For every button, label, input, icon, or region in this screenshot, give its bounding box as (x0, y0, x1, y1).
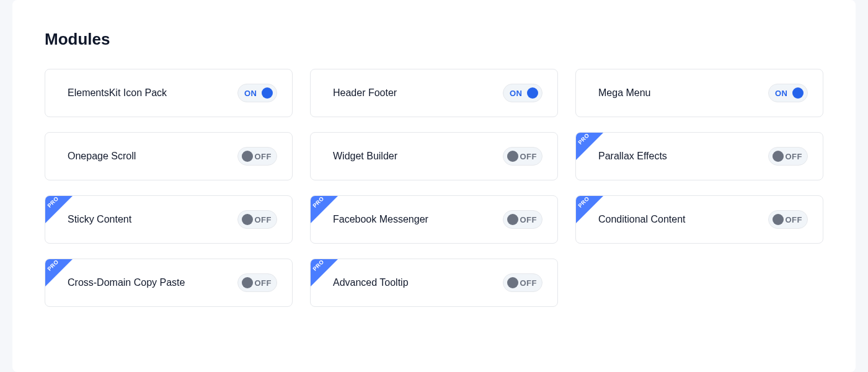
module-card-sticky-content: PROSticky ContentOFF (45, 195, 293, 244)
section-title: Modules (45, 30, 823, 49)
modules-panel: Modules ElementsKit Icon PackONHeader Fo… (12, 0, 856, 372)
module-label: Mega Menu (598, 87, 651, 99)
pro-badge-label: PRO (312, 195, 326, 209)
pro-badge: PRO (45, 259, 73, 286)
pro-badge-label: PRO (312, 259, 326, 272)
module-label: Widget Builder (333, 151, 397, 162)
module-label: Facebook Messenger (333, 214, 428, 225)
module-toggle-widget-builder[interactable]: OFF (503, 147, 542, 166)
modules-grid: ElementsKit Icon PackONHeader FooterONMe… (45, 69, 823, 307)
module-card-widget-builder: Widget BuilderOFF (310, 132, 558, 180)
module-toggle-conditional-content[interactable]: OFF (768, 210, 808, 229)
module-label: Sticky Content (68, 214, 131, 225)
module-card-conditional-content: PROConditional ContentOFF (575, 195, 823, 244)
module-card-elementskit-icon-pack: ElementsKit Icon PackON (45, 69, 293, 117)
pro-badge: PRO (576, 133, 603, 160)
toggle-state-label: OFF (255, 215, 272, 224)
pro-badge-label: PRO (577, 195, 591, 209)
module-toggle-advanced-tooltip[interactable]: OFF (503, 273, 542, 292)
module-card-cross-domain-copy-paste: PROCross-Domain Copy PasteOFF (45, 259, 293, 307)
module-toggle-facebook-messenger[interactable]: OFF (503, 210, 542, 229)
module-toggle-header-footer[interactable]: ON (503, 84, 542, 102)
module-toggle-parallax-effects[interactable]: OFF (768, 147, 808, 166)
pro-badge-label: PRO (46, 259, 60, 272)
module-label: Onepage Scroll (68, 151, 136, 162)
toggle-state-label: ON (510, 89, 523, 98)
toggle-knob (773, 214, 784, 225)
pro-badge: PRO (311, 196, 338, 223)
module-card-advanced-tooltip: PROAdvanced TooltipOFF (310, 259, 558, 307)
module-card-mega-menu: Mega MenuON (575, 69, 823, 117)
module-card-facebook-messenger: PROFacebook MessengerOFF (310, 195, 558, 244)
module-toggle-elementskit-icon-pack[interactable]: ON (237, 84, 277, 102)
toggle-knob (507, 214, 518, 225)
pro-badge: PRO (311, 259, 338, 286)
module-card-parallax-effects: PROParallax EffectsOFF (575, 132, 823, 180)
toggle-knob (507, 151, 518, 162)
pro-badge: PRO (576, 196, 603, 223)
toggle-knob (242, 214, 253, 225)
toggle-state-label: ON (244, 89, 257, 98)
toggle-knob (527, 87, 538, 99)
toggle-knob (773, 151, 784, 162)
module-toggle-onepage-scroll[interactable]: OFF (237, 147, 277, 166)
pro-badge-label: PRO (46, 195, 60, 209)
module-toggle-sticky-content[interactable]: OFF (237, 210, 277, 229)
module-label: Advanced Tooltip (333, 277, 409, 288)
toggle-state-label: OFF (520, 215, 538, 224)
module-toggle-mega-menu[interactable]: ON (768, 84, 808, 102)
pro-badge-label: PRO (577, 132, 591, 146)
toggle-knob (242, 277, 253, 288)
toggle-knob (242, 151, 253, 162)
toggle-state-label: OFF (255, 278, 272, 288)
module-label: Cross-Domain Copy Paste (68, 277, 185, 288)
toggle-state-label: ON (775, 89, 788, 98)
module-card-header-footer: Header FooterON (310, 69, 558, 117)
toggle-knob (262, 87, 273, 99)
toggle-state-label: OFF (520, 152, 538, 161)
toggle-state-label: OFF (786, 152, 803, 161)
pro-badge: PRO (45, 196, 73, 223)
toggle-state-label: OFF (786, 215, 803, 224)
module-toggle-cross-domain-copy-paste[interactable]: OFF (237, 273, 277, 292)
toggle-state-label: OFF (520, 278, 538, 288)
toggle-knob (507, 277, 518, 288)
toggle-knob (792, 87, 804, 99)
module-label: ElementsKit Icon Pack (68, 87, 167, 99)
module-label: Parallax Effects (598, 151, 667, 162)
module-label: Conditional Content (598, 214, 686, 225)
toggle-state-label: OFF (255, 152, 272, 161)
module-card-onepage-scroll: Onepage ScrollOFF (45, 132, 293, 180)
module-label: Header Footer (333, 87, 397, 99)
